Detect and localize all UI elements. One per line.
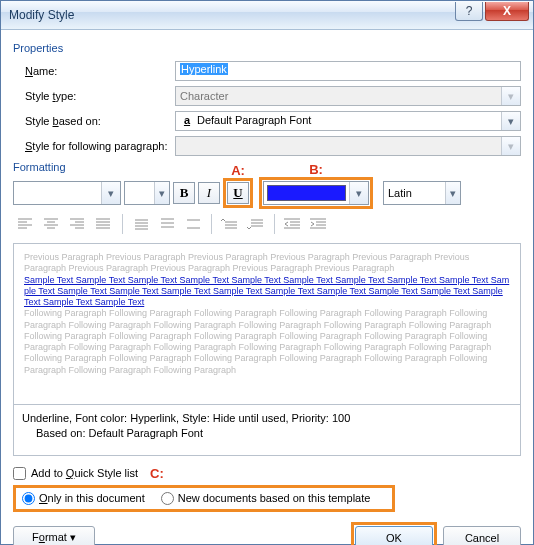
annotation-ok: OK [351, 522, 437, 545]
italic-button[interactable]: I [198, 182, 220, 204]
close-button[interactable]: X [485, 2, 529, 21]
chevron-down-icon[interactable]: ▾ [154, 182, 169, 204]
titlebar[interactable]: Modify Style ? X [1, 1, 533, 30]
style-based-on-combo[interactable]: aDefault Paragraph Font ▾ [175, 111, 521, 131]
chevron-down-icon[interactable]: ▾ [445, 182, 460, 204]
align-right-icon[interactable] [65, 212, 89, 236]
spacing-2-icon[interactable] [180, 212, 204, 236]
properties-heading: Properties [13, 42, 521, 54]
preview-pane: Previous Paragraph Previous Paragraph Pr… [13, 243, 521, 405]
font-size-combo[interactable]: ▾ [124, 181, 170, 205]
align-left-icon[interactable] [13, 212, 37, 236]
align-center-icon[interactable] [39, 212, 63, 236]
sample-text: Sample Text Sample Text Sample Text Samp… [24, 275, 509, 308]
only-this-document-radio[interactable]: Only in this document [22, 492, 145, 505]
chevron-down-icon[interactable]: ▾ [349, 182, 368, 204]
name-label: Name: [13, 65, 175, 77]
help-button[interactable]: ? [455, 2, 483, 21]
add-to-quick-style-label: Add to Quick Style list [31, 467, 138, 479]
scope-radio-group: Only in this document New documents base… [13, 485, 395, 512]
style-following-combo: ▾ [175, 136, 521, 156]
language-combo[interactable]: Latin ▾ [383, 181, 461, 205]
annotation-b: B: ▾ [259, 177, 373, 209]
style-based-on-label: Style based on: [13, 115, 175, 127]
style-description: Underline, Font color: Hyperlink, Style:… [13, 404, 521, 456]
font-family-combo[interactable]: ▾ [13, 181, 121, 205]
modify-style-dialog: Modify Style ? X Properties Name: Hyperl… [0, 0, 534, 545]
bold-button[interactable]: B [173, 182, 195, 204]
align-justify-icon[interactable] [91, 212, 115, 236]
spacing-1-5-icon[interactable] [154, 212, 178, 236]
format-menu-button[interactable]: Format ▾ [13, 526, 95, 545]
add-to-quick-style-checkbox[interactable] [13, 467, 26, 480]
chevron-down-icon: ▾ [501, 87, 520, 105]
underline-button[interactable]: U [227, 182, 249, 204]
new-documents-radio[interactable]: New documents based on this template [161, 492, 371, 505]
indent-decrease-icon[interactable] [280, 212, 304, 236]
style-type-label: Style type: [13, 90, 175, 102]
chevron-down-icon[interactable]: ▾ [101, 182, 120, 204]
dialog-title: Modify Style [9, 8, 74, 22]
formatting-heading: Formatting [13, 161, 521, 173]
indent-increase-icon[interactable] [306, 212, 330, 236]
font-color-combo[interactable]: ▾ [263, 181, 369, 205]
name-input[interactable]: Hyperlink [175, 61, 521, 81]
space-before-up-icon[interactable] [217, 212, 241, 236]
ok-button[interactable]: OK [355, 526, 433, 545]
style-type-combo: Character ▾ [175, 86, 521, 106]
chevron-down-icon[interactable]: ▾ [501, 112, 520, 130]
style-following-label: Style for following paragraph: [13, 140, 175, 152]
annotation-c: C: [150, 466, 164, 481]
cancel-button[interactable]: Cancel [443, 526, 521, 545]
spacing-1-icon[interactable] [128, 212, 152, 236]
chevron-down-icon: ▾ [501, 137, 520, 155]
space-before-down-icon[interactable] [243, 212, 267, 236]
color-swatch [267, 185, 346, 201]
annotation-a: A: U [223, 178, 253, 208]
paragraph-toolbar [13, 211, 521, 237]
